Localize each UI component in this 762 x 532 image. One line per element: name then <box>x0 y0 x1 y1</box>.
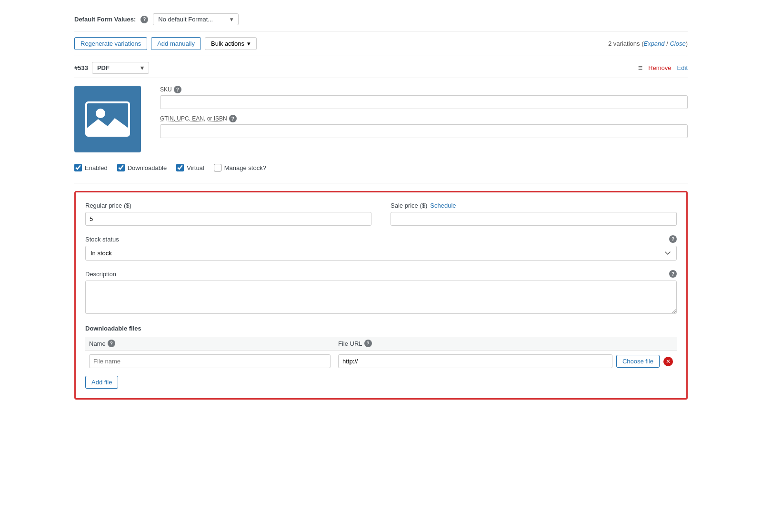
toolbar-row: Regenerate variations Add manually Bulk … <box>74 31 688 56</box>
table-row: Choose file ✕ <box>85 351 677 372</box>
description-textarea[interactable] <box>85 281 677 314</box>
regenerate-variations-button[interactable]: Regenerate variations <box>74 37 147 50</box>
virtual-checkbox[interactable] <box>176 164 184 171</box>
gtin-input[interactable] <box>160 124 688 138</box>
close-link[interactable]: Close <box>670 40 685 47</box>
variation-top: SKU ? GTIN, UPC, EAN, or ISBN ? <box>74 86 688 152</box>
bulk-actions-label: Bulk actions <box>211 40 244 47</box>
downloadable-checkbox[interactable] <box>117 164 125 171</box>
red-outline-section: Regular price ($) Sale price ($) Schedul… <box>74 191 688 400</box>
virtual-checkbox-label[interactable]: Virtual <box>176 164 204 171</box>
stock-section: Stock status ? In stock Out of stock On … <box>85 235 677 261</box>
bulk-actions-button[interactable]: Bulk actions ▾ <box>205 37 257 50</box>
edit-variation-button[interactable]: Edit <box>677 64 688 71</box>
sku-input[interactable] <box>160 95 688 109</box>
enabled-checkbox-label[interactable]: Enabled <box>74 164 108 171</box>
sale-price-label: Sale price ($) Schedule <box>391 202 677 209</box>
default-form-help-icon[interactable]: ? <box>140 16 148 23</box>
gtin-help-icon[interactable]: ? <box>229 115 237 122</box>
page-container: Default Form Values: ? No default Format… <box>67 0 695 407</box>
regular-price-label: Regular price ($) <box>85 202 371 209</box>
add-file-row: Add file <box>85 372 677 389</box>
variation-fields: SKU ? GTIN, UPC, EAN, or ISBN ? <box>160 86 688 152</box>
downloadable-files-title: Downloadable files <box>85 325 677 332</box>
file-url-cell: Choose file ✕ <box>334 351 677 372</box>
file-name-input[interactable] <box>89 354 331 368</box>
regular-price-input[interactable] <box>85 212 371 226</box>
checkboxes-row: Enabled Downloadable Virtual Manage stoc… <box>74 160 688 175</box>
expand-link[interactable]: Expand <box>643 40 664 47</box>
file-url-input[interactable] <box>338 354 612 368</box>
choose-file-button[interactable]: Choose file <box>616 355 660 368</box>
chevron-down-icon: ▾ <box>230 16 233 23</box>
default-form-label: Default Form Values: <box>74 16 136 23</box>
gtin-field-group: GTIN, UPC, EAN, or ISBN ? <box>160 115 688 138</box>
remove-variation-button[interactable]: Remove <box>648 64 671 71</box>
downloadable-files-table: Name ? File URL ? <box>85 337 677 372</box>
url-col-help-icon[interactable]: ? <box>364 340 372 347</box>
variation-actions: ≡ Remove Edit <box>638 64 688 72</box>
enabled-checkbox[interactable] <box>74 164 82 171</box>
variation-type-select[interactable]: PDF ▾ <box>92 62 149 74</box>
downloadable-files-section: Downloadable files Name ? File URL <box>85 325 677 389</box>
default-format-select[interactable]: No default Format... ▾ <box>153 13 239 25</box>
file-name-cell <box>85 351 334 372</box>
stock-help-icon[interactable]: ? <box>669 235 677 243</box>
default-form-row: Default Form Values: ? No default Format… <box>74 8 688 31</box>
file-url-wrapper: Choose file ✕ <box>338 354 673 368</box>
price-row: Regular price ($) Sale price ($) Schedul… <box>85 202 677 226</box>
manage-stock-checkbox[interactable] <box>214 164 221 171</box>
chevron-down-icon: ▾ <box>247 40 251 47</box>
image-placeholder-icon <box>84 100 131 138</box>
variation-header: #533 PDF ▾ ≡ Remove Edit <box>74 56 688 78</box>
manage-stock-checkbox-label[interactable]: Manage stock? <box>214 164 266 171</box>
variation-id-label: #533 <box>74 64 88 71</box>
downloadable-checkbox-label[interactable]: Downloadable <box>117 164 167 171</box>
name-col-header: Name ? <box>85 337 334 351</box>
description-section: Description ? <box>85 270 677 315</box>
schedule-link[interactable]: Schedule <box>430 202 456 209</box>
name-col-help-icon[interactable]: ? <box>108 340 115 347</box>
variations-info: 2 variations (Expand / Close) <box>608 40 688 47</box>
gtin-label: GTIN, UPC, EAN, or ISBN ? <box>160 115 688 122</box>
chevron-down-icon: ▾ <box>140 64 144 71</box>
variation-id-row: #533 PDF ▾ <box>74 62 149 74</box>
sku-label: SKU ? <box>160 86 688 93</box>
url-col-header: File URL ? <box>334 337 677 351</box>
add-file-button[interactable]: Add file <box>85 376 118 389</box>
regular-price-col: Regular price ($) <box>85 202 371 226</box>
description-label: Description ? <box>85 270 677 278</box>
sku-field-group: SKU ? <box>160 86 688 109</box>
drag-handle-icon[interactable]: ≡ <box>638 64 642 72</box>
variation-image[interactable] <box>74 86 141 152</box>
remove-file-button[interactable]: ✕ <box>663 357 673 366</box>
description-help-icon[interactable]: ? <box>669 270 677 278</box>
add-manually-button[interactable]: Add manually <box>151 37 201 50</box>
sale-price-col: Sale price ($) Schedule <box>391 202 677 226</box>
stock-status-label: Stock status ? <box>85 235 677 243</box>
variation-content: SKU ? GTIN, UPC, EAN, or ISBN ? Ena <box>74 78 688 183</box>
svg-point-1 <box>96 109 105 118</box>
sale-price-input[interactable] <box>391 212 677 226</box>
sku-help-icon[interactable]: ? <box>174 86 181 93</box>
stock-status-select[interactable]: In stock Out of stock On backorder <box>85 246 677 261</box>
